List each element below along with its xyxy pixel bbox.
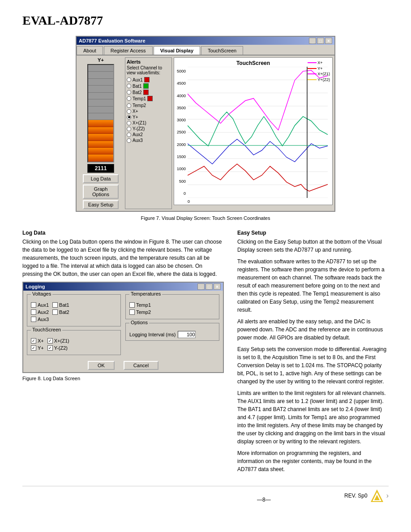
log-data-body: Clicking on the Log Data button opens th… [22, 238, 224, 278]
chart-svg [188, 67, 328, 198]
easy-setup-button[interactable]: Easy Setup [83, 200, 119, 209]
temperatures-group: Temperatures Temp1 Temp2 [125, 294, 219, 319]
checkbox-aux1-box[interactable] [31, 302, 36, 308]
checkbox-bat2-label: Bat2 [59, 309, 69, 315]
alert-label-bat2: Bat2 [133, 90, 142, 95]
adi-logo-container: REV. Sp0 › [344, 489, 389, 503]
alerts-title: Alerts [127, 59, 170, 64]
log-main-content: Voltages Aux1 Bat1 [23, 291, 223, 359]
checkbox-aux3[interactable]: Aux3 [31, 317, 49, 322]
tab-about[interactable]: About [77, 46, 103, 55]
easy-setup-body3: All alerts are enabled by the easy setup… [237, 317, 389, 342]
close-button[interactable]: × [325, 38, 332, 44]
checkbox-aux2[interactable]: Aux2 [31, 309, 49, 315]
checkbox-aux1[interactable]: Aux1 [31, 302, 49, 308]
radio-yz2[interactable] [127, 127, 131, 131]
checkbox-bat2-box[interactable] [52, 309, 58, 315]
meter-seg-10 [88, 127, 113, 134]
y-label-500: 500 [174, 179, 186, 184]
checkbox-aux2-label: Aux2 [38, 309, 49, 315]
tab-visual-display[interactable]: Visual Display [154, 46, 200, 55]
checkbox-yz2[interactable]: Y-(Z2) [47, 345, 68, 351]
radio-xz1[interactable] [127, 121, 131, 125]
checkbox-temp1[interactable]: Temp1 [129, 302, 151, 308]
checkbox-xplus[interactable]: X+ [31, 338, 44, 343]
chart-line-green [188, 112, 328, 146]
checkbox-bat1[interactable]: Bat1 [52, 302, 69, 308]
log-data-button[interactable]: Log Data [83, 174, 119, 183]
meter-seg-1 [88, 65, 113, 72]
checkbox-xplus-label: X+ [38, 338, 44, 343]
cancel-button[interactable]: Cancel [124, 361, 158, 370]
alert-row-bat1: Bat1 [127, 83, 170, 89]
alert-label-xplus: X+ [133, 109, 138, 114]
meter-seg-3 [88, 79, 113, 86]
log-minimize-button[interactable]: _ [197, 283, 205, 290]
page-footer: —8— REV. Sp0 › [22, 486, 389, 503]
chart-title: TouchScreen [236, 60, 270, 66]
col-easy-setup: Easy Setup Clicking on the Easy Setup bu… [237, 230, 389, 477]
temp-row-2: Temp2 [129, 309, 215, 315]
rev-text: REV. Sp0 [344, 493, 368, 499]
meter-seg-9 [88, 120, 113, 127]
temperatures-group-title: Temperatures [129, 291, 162, 296]
minimize-button[interactable]: _ [309, 38, 316, 44]
checkbox-temp2-box[interactable] [129, 309, 135, 315]
radio-temp2[interactable] [127, 103, 131, 108]
y-axis-labels: 5000 4500 4000 3500 3000 2500 2000 1500 … [174, 69, 187, 196]
radio-aux1[interactable] [127, 77, 131, 82]
radio-aux3[interactable] [127, 138, 131, 143]
alert-indicator-bat2 [143, 90, 149, 95]
tab-register-access[interactable]: Register Access [104, 46, 153, 55]
adi-logo [370, 489, 384, 503]
meter-segments [88, 65, 113, 162]
checkbox-temp1-label: Temp1 [136, 302, 151, 308]
checkbox-yz2-box[interactable] [47, 345, 53, 351]
checkbox-bat1-label: Bat1 [59, 302, 69, 308]
checkbox-yplus[interactable]: Y+ [31, 345, 44, 351]
checkbox-yz2-label: Y-(Z2) [54, 345, 68, 351]
radio-temp1[interactable] [127, 96, 131, 101]
alert-indicator-temp1 [147, 96, 153, 101]
log-maximize-button[interactable]: □ [206, 283, 213, 290]
alert-row-temp1: Temp1 [127, 96, 170, 101]
y-label-1500: 1500 [174, 154, 186, 159]
radio-aux2[interactable] [127, 133, 131, 137]
checkbox-aux2-box[interactable] [31, 309, 36, 315]
legend-xplus: X+ [308, 60, 330, 66]
radio-bat2[interactable] [127, 90, 131, 94]
checkbox-bat1-box[interactable] [52, 302, 58, 308]
sw-titlebar-buttons[interactable]: _ □ × [309, 38, 332, 44]
log-right-groups: Temperatures Temp1 Temp2 [125, 294, 219, 355]
touchscreen-group: TouchScreen X+ X+(Z1) [27, 330, 121, 355]
alert-label-yplus: Y+ [133, 115, 138, 120]
alert-label-temp1: Temp1 [133, 96, 146, 101]
voltages-group: Voltages Aux1 Bat1 [27, 294, 121, 326]
logging-interval-label: Logging Interval (ms) [129, 332, 176, 337]
radio-xplus[interactable] [127, 109, 131, 114]
graph-options-button[interactable]: Graph Options [83, 184, 119, 199]
voltages-group-title: Voltages [31, 291, 52, 296]
ok-button[interactable]: OK [88, 361, 115, 370]
checkbox-aux3-box[interactable] [31, 317, 36, 322]
alert-indicator-aux1 [144, 77, 150, 82]
checkbox-aux1-label: Aux1 [38, 302, 49, 308]
alert-row-xz1: X+(Z1) [127, 120, 170, 125]
alert-label-aux3: Aux3 [133, 138, 143, 143]
checkbox-yplus-box[interactable] [31, 345, 36, 351]
alert-row-aux1: Aux1 [127, 77, 170, 82]
checkbox-xplus-box[interactable] [31, 338, 36, 343]
checkbox-xz1[interactable]: X+(Z1) [47, 338, 69, 343]
checkbox-xz1-box[interactable] [47, 338, 53, 343]
log-titlebar-buttons[interactable]: _ □ × [197, 283, 221, 290]
checkbox-temp1-box[interactable] [129, 302, 135, 308]
maximize-button[interactable]: □ [317, 38, 324, 44]
radio-yplus[interactable] [127, 115, 131, 120]
tab-touchscreen[interactable]: TouchScreen [201, 46, 243, 55]
radio-bat1[interactable] [127, 84, 131, 88]
chart-area: TouchScreen X+ Y+ X+(Z1) Y+(Z2) [174, 57, 333, 205]
log-close-button[interactable]: × [214, 283, 221, 290]
checkbox-bat2[interactable]: Bat2 [52, 309, 69, 315]
checkbox-temp2[interactable]: Temp2 [129, 309, 151, 315]
logging-interval-input[interactable] [178, 331, 196, 338]
